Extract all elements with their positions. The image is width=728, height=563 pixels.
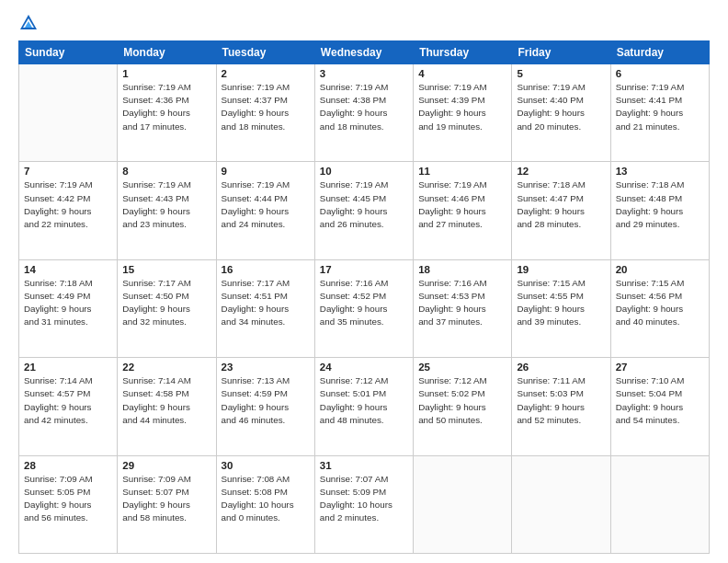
day-info: Sunrise: 7:18 AM Sunset: 4:49 PM Dayligh… <box>24 277 112 329</box>
day-number: 11 <box>418 166 506 177</box>
logo-icon <box>18 13 39 33</box>
calendar-cell: 13Sunrise: 7:18 AM Sunset: 4:48 PM Dayli… <box>610 162 709 259</box>
day-number: 22 <box>122 362 210 373</box>
day-info: Sunrise: 7:19 AM Sunset: 4:46 PM Dayligh… <box>418 178 506 231</box>
calendar-week-row: 1Sunrise: 7:19 AM Sunset: 4:36 PM Daylig… <box>19 64 710 162</box>
calendar-cell: 28Sunrise: 7:09 AM Sunset: 5:05 PM Dayli… <box>19 455 118 553</box>
day-info: Sunrise: 7:09 AM Sunset: 5:05 PM Dayligh… <box>24 473 112 525</box>
calendar-cell: 31Sunrise: 7:07 AM Sunset: 5:09 PM Dayli… <box>314 455 413 553</box>
day-info: Sunrise: 7:19 AM Sunset: 4:45 PM Dayligh… <box>320 178 408 231</box>
calendar-cell <box>512 455 610 553</box>
day-number: 2 <box>222 68 310 79</box>
calendar-week-row: 7Sunrise: 7:19 AM Sunset: 4:42 PM Daylig… <box>19 162 710 259</box>
day-number: 19 <box>517 264 605 275</box>
calendar-cell: 1Sunrise: 7:19 AM Sunset: 4:36 PM Daylig… <box>118 64 216 162</box>
day-info: Sunrise: 7:19 AM Sunset: 4:42 PM Dayligh… <box>24 178 112 231</box>
calendar-cell: 30Sunrise: 7:08 AM Sunset: 5:08 PM Dayli… <box>216 455 314 553</box>
calendar-week-row: 21Sunrise: 7:14 AM Sunset: 4:57 PM Dayli… <box>19 358 710 455</box>
calendar-cell: 14Sunrise: 7:18 AM Sunset: 4:49 PM Dayli… <box>19 259 118 357</box>
calendar-cell: 17Sunrise: 7:16 AM Sunset: 4:52 PM Dayli… <box>314 259 413 357</box>
calendar-cell: 15Sunrise: 7:17 AM Sunset: 4:50 PM Dayli… <box>118 259 216 357</box>
day-number: 9 <box>222 166 310 177</box>
day-info: Sunrise: 7:17 AM Sunset: 4:51 PM Dayligh… <box>222 277 310 329</box>
calendar-cell: 27Sunrise: 7:10 AM Sunset: 5:04 PM Dayli… <box>610 358 709 455</box>
page: SundayMondayTuesdayWednesdayThursdayFrid… <box>0 0 728 563</box>
day-info: Sunrise: 7:11 AM Sunset: 5:03 PM Dayligh… <box>517 374 605 427</box>
day-number: 15 <box>122 264 210 275</box>
calendar-cell <box>610 455 709 553</box>
day-number: 27 <box>616 362 704 373</box>
day-info: Sunrise: 7:13 AM Sunset: 4:59 PM Dayligh… <box>222 374 310 427</box>
day-number: 18 <box>418 264 506 275</box>
calendar-cell: 6Sunrise: 7:19 AM Sunset: 4:41 PM Daylig… <box>610 64 709 162</box>
day-number: 25 <box>418 362 506 373</box>
day-number: 8 <box>122 166 210 177</box>
day-number: 21 <box>24 362 112 373</box>
day-number: 26 <box>517 362 605 373</box>
day-info: Sunrise: 7:09 AM Sunset: 5:07 PM Dayligh… <box>122 473 210 525</box>
calendar-cell: 2Sunrise: 7:19 AM Sunset: 4:37 PM Daylig… <box>216 64 314 162</box>
calendar-cell: 21Sunrise: 7:14 AM Sunset: 4:57 PM Dayli… <box>19 358 118 455</box>
day-info: Sunrise: 7:19 AM Sunset: 4:37 PM Dayligh… <box>222 81 310 133</box>
calendar-cell: 11Sunrise: 7:19 AM Sunset: 4:46 PM Dayli… <box>414 162 512 259</box>
day-number: 4 <box>418 68 506 79</box>
day-number: 28 <box>24 460 112 471</box>
day-info: Sunrise: 7:16 AM Sunset: 4:53 PM Dayligh… <box>418 277 506 329</box>
calendar-cell: 3Sunrise: 7:19 AM Sunset: 4:38 PM Daylig… <box>314 64 413 162</box>
day-number: 6 <box>616 68 704 79</box>
weekday-header: Saturday <box>610 41 709 64</box>
calendar-cell <box>414 455 512 553</box>
calendar-cell: 16Sunrise: 7:17 AM Sunset: 4:51 PM Dayli… <box>216 259 314 357</box>
day-info: Sunrise: 7:19 AM Sunset: 4:44 PM Dayligh… <box>222 178 310 231</box>
day-info: Sunrise: 7:12 AM Sunset: 5:01 PM Dayligh… <box>320 374 408 427</box>
day-info: Sunrise: 7:16 AM Sunset: 4:52 PM Dayligh… <box>320 277 408 329</box>
weekday-header: Tuesday <box>216 41 314 64</box>
header <box>18 17 710 33</box>
weekday-header: Thursday <box>414 41 512 64</box>
day-number: 10 <box>320 166 408 177</box>
day-info: Sunrise: 7:19 AM Sunset: 4:36 PM Dayligh… <box>122 81 210 133</box>
calendar-cell: 24Sunrise: 7:12 AM Sunset: 5:01 PM Dayli… <box>314 358 413 455</box>
day-number: 14 <box>24 264 112 275</box>
calendar-cell <box>19 64 118 162</box>
calendar-cell: 18Sunrise: 7:16 AM Sunset: 4:53 PM Dayli… <box>414 259 512 357</box>
day-number: 29 <box>122 460 210 471</box>
calendar-cell: 10Sunrise: 7:19 AM Sunset: 4:45 PM Dayli… <box>314 162 413 259</box>
day-number: 24 <box>320 362 408 373</box>
day-number: 16 <box>222 264 310 275</box>
weekday-header: Wednesday <box>314 41 413 64</box>
calendar-week-row: 28Sunrise: 7:09 AM Sunset: 5:05 PM Dayli… <box>19 455 710 553</box>
day-info: Sunrise: 7:10 AM Sunset: 5:04 PM Dayligh… <box>616 374 704 427</box>
day-info: Sunrise: 7:19 AM Sunset: 4:39 PM Dayligh… <box>418 81 506 133</box>
day-info: Sunrise: 7:18 AM Sunset: 4:48 PM Dayligh… <box>616 178 704 231</box>
calendar-cell: 5Sunrise: 7:19 AM Sunset: 4:40 PM Daylig… <box>512 64 610 162</box>
calendar-cell: 25Sunrise: 7:12 AM Sunset: 5:02 PM Dayli… <box>414 358 512 455</box>
day-info: Sunrise: 7:12 AM Sunset: 5:02 PM Dayligh… <box>418 374 506 427</box>
calendar-cell: 8Sunrise: 7:19 AM Sunset: 4:43 PM Daylig… <box>118 162 216 259</box>
day-number: 12 <box>517 166 605 177</box>
day-info: Sunrise: 7:19 AM Sunset: 4:40 PM Dayligh… <box>517 81 605 133</box>
day-info: Sunrise: 7:19 AM Sunset: 4:43 PM Dayligh… <box>122 178 210 231</box>
day-info: Sunrise: 7:14 AM Sunset: 4:57 PM Dayligh… <box>24 374 112 427</box>
weekday-header: Sunday <box>19 41 118 64</box>
calendar-header-row: SundayMondayTuesdayWednesdayThursdayFrid… <box>19 41 710 64</box>
calendar-cell: 12Sunrise: 7:18 AM Sunset: 4:47 PM Dayli… <box>512 162 610 259</box>
day-info: Sunrise: 7:14 AM Sunset: 4:58 PM Dayligh… <box>122 374 210 427</box>
day-info: Sunrise: 7:15 AM Sunset: 4:56 PM Dayligh… <box>616 277 704 329</box>
day-info: Sunrise: 7:08 AM Sunset: 5:08 PM Dayligh… <box>222 473 310 525</box>
calendar-cell: 19Sunrise: 7:15 AM Sunset: 4:55 PM Dayli… <box>512 259 610 357</box>
day-info: Sunrise: 7:15 AM Sunset: 4:55 PM Dayligh… <box>517 277 605 329</box>
day-number: 23 <box>222 362 310 373</box>
day-info: Sunrise: 7:18 AM Sunset: 4:47 PM Dayligh… <box>517 178 605 231</box>
day-info: Sunrise: 7:17 AM Sunset: 4:50 PM Dayligh… <box>122 277 210 329</box>
day-number: 30 <box>222 460 310 471</box>
day-info: Sunrise: 7:19 AM Sunset: 4:41 PM Dayligh… <box>616 81 704 133</box>
weekday-header: Monday <box>118 41 216 64</box>
day-number: 3 <box>320 68 408 79</box>
weekday-header: Friday <box>512 41 610 64</box>
day-number: 13 <box>616 166 704 177</box>
day-number: 5 <box>517 68 605 79</box>
day-number: 31 <box>320 460 408 471</box>
day-info: Sunrise: 7:19 AM Sunset: 4:38 PM Dayligh… <box>320 81 408 133</box>
calendar-cell: 22Sunrise: 7:14 AM Sunset: 4:58 PM Dayli… <box>118 358 216 455</box>
